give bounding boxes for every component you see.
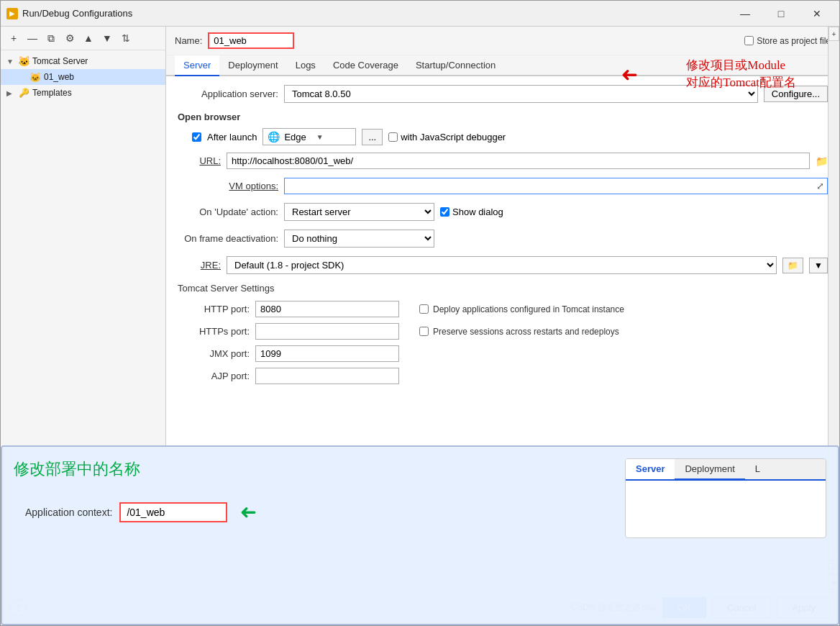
window-controls: — □ ✕ (729, 5, 834, 22)
url-row: URL: 📁 (178, 153, 828, 169)
on-update-control: Restart server Update classes and resour… (284, 203, 828, 221)
maximize-button[interactable]: □ (764, 5, 798, 22)
web01-label: 01_web (44, 72, 74, 82)
preserve-checkbox[interactable] (419, 327, 429, 336)
overlay-right: Server Deployment L (625, 458, 826, 538)
remove-config-button[interactable]: — (24, 30, 41, 47)
preserve-label[interactable]: Preserve sessions across restarts and re… (433, 327, 619, 337)
vm-options-input[interactable] (285, 178, 813, 194)
close-button[interactable]: ✕ (800, 5, 834, 22)
after-launch-checkbox[interactable] (192, 132, 201, 142)
run-debug-configurations-window: ▶ Run/Debug Configurations — □ ✕ + — ⧉ ⚙… (0, 0, 840, 626)
tomcat-server-label: Tomcat Server (32, 56, 88, 66)
copy-config-button[interactable]: ⧉ (42, 30, 60, 47)
browser-name: Edge (284, 132, 306, 142)
minimize-button[interactable]: — (729, 5, 762, 22)
http-port-row: HTTP port: Deploy applications configure… (178, 301, 828, 317)
jre-select[interactable]: Default (1.8 - project SDK) (227, 256, 777, 274)
overlay-annotation: 修改部署中的名称 (14, 458, 613, 480)
show-dialog-label[interactable]: Show dialog (452, 207, 503, 217)
scroll-up-button[interactable]: + (828, 27, 839, 41)
store-label[interactable]: Store as project file (757, 36, 831, 46)
overlay-context-label: Application context: (25, 507, 112, 518)
title-bar: ▶ Run/Debug Configurations — □ ✕ (1, 1, 839, 27)
on-frame-row: On frame deactivation: Do nothing Update… (178, 230, 828, 248)
overlay-tabs: Server Deployment L (626, 459, 826, 481)
tab-startup[interactable]: Startup/Connection (407, 55, 504, 76)
jmx-port-label: JMX port: (178, 348, 250, 359)
http-port-input[interactable] (255, 301, 399, 317)
overlay-context-input[interactable] (119, 502, 227, 522)
browser-select[interactable]: 🌐 Edge ▼ (262, 128, 356, 145)
move-up-button[interactable]: ▲ (80, 30, 97, 47)
jre-dropdown-button[interactable]: ▼ (809, 258, 828, 273)
on-frame-select[interactable]: Do nothing Update classes and resources … (284, 230, 434, 248)
settings-button[interactable]: ⚙ (61, 30, 78, 47)
tab-deployment[interactable]: Deployment (219, 55, 286, 76)
move-down-button[interactable]: ▼ (99, 30, 116, 47)
jmx-port-input[interactable] (255, 345, 399, 362)
browser-dots-button[interactable]: ... (362, 129, 383, 145)
configure-button[interactable]: Configure... (764, 86, 828, 102)
browser-dropdown-arrow: ▼ (316, 133, 324, 141)
add-config-button[interactable]: + (5, 30, 22, 47)
store-checkbox[interactable] (744, 36, 754, 45)
open-browser-header: Open browser (178, 112, 828, 122)
show-dialog-row: Show dialog (440, 207, 503, 217)
sort-button[interactable]: ⇅ (117, 30, 134, 47)
store-as-project: Store as project file (744, 36, 831, 46)
app-server-row: Application server: Tomcat 8.0.50 Config… (178, 85, 828, 103)
vm-expand-button[interactable]: ⤢ (813, 179, 827, 193)
overlay-left: 修改部署中的名称 Application context: ➜ (14, 458, 613, 538)
url-input[interactable] (227, 153, 810, 169)
name-input[interactable] (208, 32, 294, 49)
overlay-tab-deployment[interactable]: Deployment (675, 459, 744, 481)
vm-options-label: VM options: (178, 181, 278, 191)
deploy-checkbox[interactable] (419, 304, 429, 314)
web-icon: 🐱 (29, 71, 41, 83)
tab-code-coverage[interactable]: Code Coverage (324, 55, 407, 76)
https-port-input[interactable] (255, 323, 399, 340)
edge-icon: 🌐 (268, 131, 280, 142)
ajp-port-row: AJP port: (178, 368, 828, 384)
preserve-checkbox-row: Preserve sessions across restarts and re… (419, 327, 619, 337)
window-icon: ▶ (6, 8, 18, 19)
expand-icon-templates: ▶ (6, 89, 15, 97)
overlay-tab-server[interactable]: Server (626, 459, 675, 481)
https-port-label: HTTPs port: (178, 326, 250, 337)
js-debugger-label[interactable]: with JavaScript debugger (401, 132, 506, 142)
on-update-select[interactable]: Restart server Update classes and resour… (284, 203, 434, 221)
https-port-row: HTTPs port: Preserve sessions across res… (178, 323, 828, 340)
vm-input-container: ⤢ (284, 178, 828, 194)
browser-row: After launch 🌐 Edge ▼ ... with JavaScrip… (178, 128, 828, 145)
deploy-checkbox-row: Deploy applications configured in Tomcat… (419, 304, 624, 314)
ajp-port-input[interactable] (255, 368, 399, 384)
overlay-tab-content (626, 481, 826, 524)
on-update-label: On 'Update' action: (178, 207, 278, 217)
jre-label: JRE: (178, 260, 221, 271)
name-row: Name: Store as project file (166, 27, 839, 55)
on-update-row: On 'Update' action: Restart server Updat… (178, 203, 828, 221)
overlay-tab-l[interactable]: L (745, 459, 770, 479)
app-server-select[interactable]: Tomcat 8.0.50 (284, 85, 758, 103)
url-folder-button[interactable]: 📁 (816, 155, 828, 167)
tab-logs[interactable]: Logs (287, 55, 324, 76)
tree-item-tomcat-server[interactable]: ▼ 🐱 Tomcat Server (1, 53, 165, 69)
templates-icon: 🔑 (18, 87, 29, 99)
expand-icon: ▼ (6, 58, 15, 65)
app-server-label: Application server: (178, 89, 278, 99)
tab-server[interactable]: Server (175, 55, 219, 76)
expand-spacer (18, 73, 27, 81)
left-toolbar: + — ⧉ ⚙ ▲ ▼ ⇅ (1, 27, 165, 50)
jre-folder-button[interactable]: 📁 (782, 258, 803, 273)
tomcat-icon: 🐱 (18, 55, 29, 67)
deploy-label[interactable]: Deploy applications configured in Tomcat… (433, 304, 624, 314)
tree-item-01web[interactable]: 🐱 01_web (1, 69, 165, 85)
show-dialog-checkbox[interactable] (440, 207, 449, 217)
tree-item-templates[interactable]: ▶ 🔑 Templates (1, 85, 165, 101)
http-port-label: HTTP port: (178, 304, 250, 314)
overlay-inner: 修改部署中的名称 Application context: ➜ Server D… (14, 458, 826, 538)
after-launch-label[interactable]: After launch (207, 132, 257, 142)
js-debugger-checkbox[interactable] (388, 132, 398, 142)
on-frame-control: Do nothing Update classes and resources … (284, 230, 828, 248)
